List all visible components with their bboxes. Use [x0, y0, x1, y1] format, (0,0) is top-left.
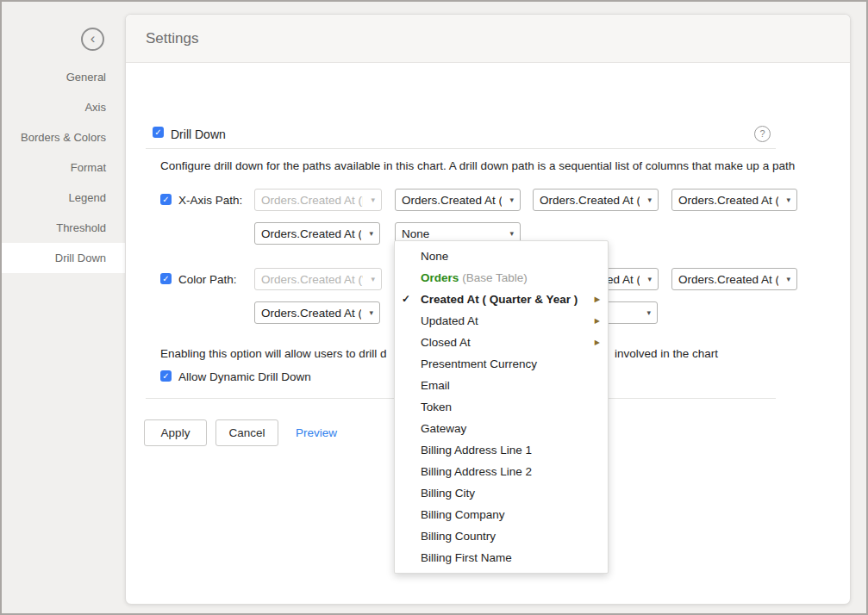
base-table-name: Orders — [421, 271, 459, 284]
dropdown-x-axis-3[interactable]: Orders.Created At (' ▾ — [533, 189, 659, 211]
chevron-down-icon: ▾ — [369, 308, 373, 317]
enabling-text-left: Enabling this option will allow users to… — [160, 347, 387, 360]
help-icon[interactable]: ? — [754, 126, 771, 142]
drill-down-description: Configure drill down for the paths avail… — [160, 159, 795, 172]
menu-item-closed-at[interactable]: Closed At ▶ — [395, 332, 608, 353]
submenu-arrow-icon: ▶ — [595, 310, 600, 332]
dropdown-x-axis-3-value: Orders.Created At (' — [540, 194, 640, 207]
chevron-down-icon: ▾ — [509, 229, 514, 238]
dropdown-x-axis-6-value: None — [402, 227, 502, 240]
menu-item-billing-country[interactable]: Billing Country — [395, 525, 608, 547]
sidebar-item-borders-colors[interactable]: Borders & Colors — [2, 122, 125, 152]
menu-item-gateway[interactable]: Gateway — [395, 418, 608, 439]
sidebar-item-drill-down[interactable]: Drill Down — [2, 243, 125, 273]
x-axis-path-checkbox[interactable]: ✓ — [160, 194, 172, 205]
base-table-suffix: (Base Table) — [462, 271, 528, 284]
chevron-down-icon: ▾ — [647, 196, 652, 204]
menu-item-billing-address-line-1[interactable]: Billing Address Line 1 — [395, 439, 608, 461]
menu-item-orders-base-table[interactable]: Orders(Base Table) — [395, 267, 608, 289]
dropdown-color-4-value: Orders.Created At (' — [678, 273, 778, 286]
chevron-down-icon: ▾ — [646, 308, 651, 317]
menu-item-label: Created At ( Quarter & Year ) — [421, 293, 578, 306]
menu-item-billing-first-name[interactable]: Billing First Name — [395, 547, 608, 568]
menu-item-billing-company[interactable]: Billing Company — [395, 504, 608, 525]
drill-down-label: Drill Down — [171, 127, 226, 141]
dropdown-color-5[interactable]: Orders.Created At (| ▾ — [254, 301, 380, 324]
sidebar-item-general[interactable]: General — [2, 62, 125, 92]
chevron-down-icon: ▾ — [786, 275, 790, 283]
menu-item-presentment-currency[interactable]: Presentment Currency — [395, 353, 608, 375]
color-path-checkbox[interactable]: ✓ — [160, 273, 172, 284]
sidebar-item-legend[interactable]: Legend — [2, 183, 125, 213]
dropdown-x-axis-4[interactable]: Orders.Created At (| ▾ — [671, 189, 797, 211]
chevron-down-icon: ▾ — [371, 196, 375, 204]
cancel-button[interactable]: Cancel — [215, 419, 278, 446]
sidebar-item-threshold[interactable]: Threshold — [2, 213, 125, 243]
dropdown-color-4[interactable]: Orders.Created At (' ▾ — [671, 268, 797, 290]
menu-item-billing-city[interactable]: Billing City — [395, 482, 608, 504]
chevron-down-icon: ▾ — [369, 229, 373, 238]
menu-item-none[interactable]: None — [395, 245, 608, 267]
settings-window: ‹ General Axis Borders & Colors Format L… — [0, 0, 868, 615]
dropdown-x-axis-5[interactable]: Orders.Created At (| ▾ — [254, 222, 380, 245]
menu-item-label: Updated At — [421, 314, 478, 327]
check-icon: ✓ — [402, 289, 410, 310]
enabling-text-right: involved in the chart — [615, 347, 718, 360]
chevron-down-icon: ▾ — [647, 275, 652, 283]
divider — [146, 148, 776, 149]
sidebar-nav: General Axis Borders & Colors Format Leg… — [2, 62, 125, 273]
dropdown-color-5-value: Orders.Created At (| — [261, 307, 361, 320]
apply-button[interactable]: Apply — [144, 419, 207, 446]
submenu-arrow-icon: ▶ — [595, 289, 600, 310]
drill-down-checkbox[interactable]: ✓ — [153, 127, 164, 138]
sidebar-item-format[interactable]: Format — [2, 152, 125, 183]
menu-item-token[interactable]: Token — [395, 396, 608, 418]
menu-item-email[interactable]: Email — [395, 375, 608, 396]
dropdown-x-axis-5-value: Orders.Created At (| — [261, 227, 361, 240]
color-path-label: Color Path: — [178, 273, 237, 286]
sidebar: ‹ General Axis Borders & Colors Format L… — [2, 2, 125, 613]
dropdown-x-axis-2-value: Orders.Created At (' — [402, 194, 502, 207]
preview-link[interactable]: Preview — [296, 426, 337, 439]
dropdown-x-axis-4-value: Orders.Created At (| — [678, 194, 778, 207]
menu-item-billing-address-line-2[interactable]: Billing Address Line 2 — [395, 461, 608, 482]
allow-dynamic-drill-down-label: Allow Dynamic Drill Down — [178, 370, 311, 383]
dropdown-x-axis-2[interactable]: Orders.Created At (' ▾ — [395, 189, 521, 211]
dropdown-x-axis-1[interactable]: Orders.Created At (| ▾ — [254, 189, 382, 211]
x-axis-path-label: X-Axis Path: — [178, 194, 242, 207]
menu-item-updated-at[interactable]: Updated At ▶ — [395, 310, 608, 332]
dropdown-color-1-value: Orders.Created At (' — [261, 273, 363, 286]
chevron-down-icon: ▾ — [371, 275, 375, 283]
dropdown-x-axis-1-value: Orders.Created At (| — [261, 194, 363, 207]
dropdown-color-1[interactable]: Orders.Created At (' ▾ — [254, 268, 382, 290]
menu-item-label: Closed At — [421, 336, 471, 349]
back-button[interactable]: ‹ — [81, 28, 104, 51]
sidebar-item-axis[interactable]: Axis — [2, 92, 125, 122]
submenu-arrow-icon: ▶ — [595, 332, 600, 353]
page-title: Settings — [126, 15, 850, 63]
chevron-down-icon: ▾ — [509, 196, 514, 204]
allow-dynamic-drill-down-checkbox[interactable]: ✓ — [160, 370, 172, 382]
chevron-down-icon: ▾ — [786, 196, 790, 204]
menu-item-created-at[interactable]: ✓ Created At ( Quarter & Year ) ▶ — [395, 289, 608, 310]
chevron-left-icon: ‹ — [91, 31, 96, 46]
column-dropdown-menu: None Orders(Base Table) ✓ Created At ( Q… — [394, 240, 609, 574]
